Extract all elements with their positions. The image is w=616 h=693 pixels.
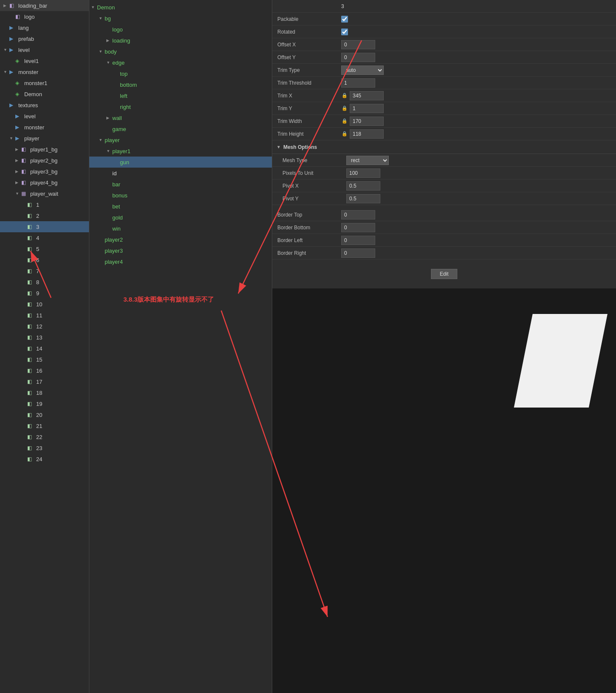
left-tree-item-loading_bar[interactable]: ▶ ◧ loading_bar	[0, 0, 89, 11]
middle-tree-item-edge[interactable]: ▼ edge	[89, 57, 272, 68]
left-tree-item-Demon[interactable]: ◈ Demon	[0, 88, 89, 100]
left-tree-item-player_wait[interactable]: ▼ ▦ player_wait	[0, 188, 89, 199]
border-right-input[interactable]	[341, 248, 375, 258]
arrow-monster: ▼	[3, 70, 9, 74]
middle-tree-item-player1_m[interactable]: ▼ player1	[89, 145, 272, 157]
left-tree-item-level_tex[interactable]: ▶ level	[0, 111, 89, 122]
left-tree-item-player2_bg[interactable]: ▶ ◧ player2_bg	[0, 155, 89, 166]
border-top-input[interactable]	[341, 210, 375, 220]
trim-x-input[interactable]	[350, 91, 384, 100]
middle-tree-item-bonus_m[interactable]: bonus	[89, 190, 272, 201]
pixels-to-unit-input[interactable]	[346, 168, 380, 178]
middle-tree-item-game[interactable]: game	[89, 123, 272, 134]
trim-width-lock-icon: 🔒	[341, 118, 348, 125]
left-tree-item-level[interactable]: ▼ ▶ level	[0, 44, 89, 55]
trim-y-input[interactable]	[350, 104, 384, 113]
arrow-mid-Demon_root: ▼	[91, 5, 97, 9]
trim-height-input[interactable]	[350, 129, 384, 139]
middle-tree-item-top[interactable]: top	[89, 68, 272, 79]
left-tree-item-s8[interactable]: ◧ 8	[0, 277, 89, 288]
preview-image	[514, 314, 607, 408]
left-tree-item-monster_tex[interactable]: ▶ monster	[0, 122, 89, 133]
left-tree-item-lang[interactable]: ▶ lang	[0, 22, 89, 33]
mesh-type-select[interactable]: rect polygon	[346, 156, 389, 165]
trim-width-input[interactable]	[350, 117, 384, 126]
label-monster: monster	[18, 69, 38, 75]
left-tree-item-s11[interactable]: ◧ 11	[0, 310, 89, 321]
middle-tree-item-player4_m[interactable]: player4	[89, 256, 272, 267]
left-tree-item-s14[interactable]: ◧ 14	[0, 343, 89, 354]
left-tree-item-player3_bg[interactable]: ▶ ◧ player3_bg	[0, 166, 89, 177]
left-tree-item-s22[interactable]: ◧ 22	[0, 431, 89, 442]
middle-tree-item-player3_m[interactable]: player3	[89, 245, 272, 256]
left-tree-item-player[interactable]: ▼ ▶ player	[0, 133, 89, 144]
left-tree-item-s19[interactable]: ◧ 19	[0, 398, 89, 409]
left-tree-item-s24[interactable]: ◧ 24	[0, 453, 89, 465]
rotated-checkbox[interactable]	[341, 29, 348, 35]
middle-tree-item-left_m[interactable]: left	[89, 90, 272, 101]
left-tree-item-s12[interactable]: ◧ 12	[0, 321, 89, 332]
mesh-options-section-header[interactable]: ▼ Mesh Options	[272, 140, 616, 154]
left-tree-item-s21[interactable]: ◧ 21	[0, 420, 89, 431]
packable-checkbox[interactable]	[341, 16, 348, 23]
middle-tree-item-player2_m[interactable]: player2	[89, 234, 272, 245]
pivot-x-input[interactable]	[346, 181, 380, 191]
label-s9: 9	[36, 290, 39, 297]
middle-tree-item-right_m[interactable]: right	[89, 101, 272, 112]
left-tree-item-monster[interactable]: ▼ ▶ monster	[0, 66, 89, 77]
middle-tree-item-body[interactable]: ▼ body	[89, 46, 272, 57]
left-tree-item-monster1[interactable]: ◈ monster1	[0, 77, 89, 88]
left-tree-item-s18[interactable]: ◧ 18	[0, 387, 89, 398]
left-tree-item-player1_bg[interactable]: ▶ ◧ player1_bg	[0, 144, 89, 155]
label-s20: 20	[36, 412, 42, 418]
left-tree-item-textures[interactable]: ▶ textures	[0, 100, 89, 111]
middle-tree-item-wall[interactable]: ▶ wall	[89, 112, 272, 123]
middle-tree-item-bet_m[interactable]: bet	[89, 201, 272, 212]
left-tree-item-s3[interactable]: ◧ 3	[0, 221, 89, 232]
left-tree-item-s4[interactable]: ◧ 4	[0, 232, 89, 243]
label-mid-bet_m: bet	[112, 203, 120, 210]
left-tree-item-level1[interactable]: ◈ level1	[0, 55, 89, 66]
left-tree-item-s9[interactable]: ◧ 9	[0, 288, 89, 299]
left-tree-item-s6[interactable]: ◧ 6	[0, 254, 89, 265]
left-tree-item-s7[interactable]: ◧ 7	[0, 265, 89, 277]
left-tree-item-prefab[interactable]: ▶ prefab	[0, 33, 89, 44]
left-tree-item-s1[interactable]: ◧ 1	[0, 199, 89, 210]
left-tree-item-s15[interactable]: ◧ 15	[0, 354, 89, 365]
left-tree-item-s5[interactable]: ◧ 5	[0, 243, 89, 254]
left-tree-item-s13[interactable]: ◧ 13	[0, 332, 89, 343]
middle-tree-item-loading[interactable]: ▶ loading	[89, 35, 272, 46]
offset-y-input[interactable]	[341, 53, 375, 62]
trim-type-select[interactable]: auto custom	[341, 66, 384, 75]
trim-threshold-input[interactable]	[341, 78, 375, 88]
middle-tree-item-gun[interactable]: gun	[89, 157, 272, 168]
middle-tree-item-player_m[interactable]: ▼ player	[89, 134, 272, 145]
offset-x-input[interactable]	[341, 40, 375, 49]
left-tree-item-s17[interactable]: ◧ 17	[0, 376, 89, 387]
border-top-row: Border Top	[272, 208, 616, 221]
icon-s6: ◧	[27, 257, 35, 263]
middle-tree-item-win_m[interactable]: win	[89, 223, 272, 234]
icon-s13: ◧	[27, 334, 35, 340]
border-bottom-input[interactable]	[341, 223, 375, 232]
middle-tree-item-id_m[interactable]: id	[89, 168, 272, 179]
middle-tree-item-bottom[interactable]: bottom	[89, 79, 272, 90]
middle-tree-item-bg[interactable]: ▼ bg	[89, 13, 272, 24]
left-tree-item-logo[interactable]: ◧ logo	[0, 11, 89, 22]
icon-level: ▶	[9, 47, 17, 53]
left-tree-item-player4_bg[interactable]: ▶ ◧ player4_bg	[0, 177, 89, 188]
label-s5: 5	[36, 246, 39, 252]
left-tree-item-s23[interactable]: ◧ 23	[0, 442, 89, 453]
left-tree-item-s2[interactable]: ◧ 2	[0, 210, 89, 221]
border-left-input[interactable]	[341, 236, 375, 245]
middle-tree-item-bar_m[interactable]: bar	[89, 179, 272, 190]
left-tree-item-s16[interactable]: ◧ 16	[0, 365, 89, 376]
middle-tree-item-logo_m[interactable]: logo	[89, 24, 272, 35]
icon-s22: ◧	[27, 434, 35, 440]
middle-tree-item-Demon_root[interactable]: ▼ Demon	[89, 2, 272, 13]
left-tree-item-s20[interactable]: ◧ 20	[0, 409, 89, 420]
left-tree-item-s10[interactable]: ◧ 10	[0, 299, 89, 310]
middle-tree-item-gold_m[interactable]: gold	[89, 212, 272, 223]
pivot-y-input[interactable]	[346, 194, 380, 203]
edit-button[interactable]: Edit	[431, 269, 458, 279]
